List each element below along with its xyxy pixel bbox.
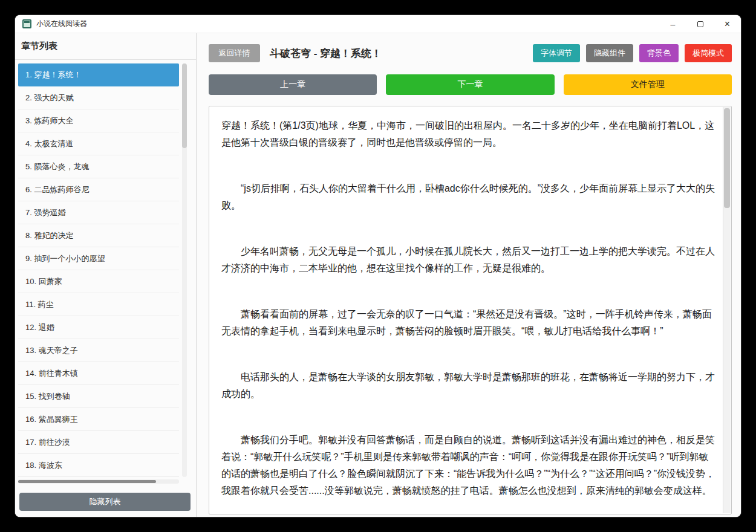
novel-paragraph: 电话那头的人，是萧畅在大学谈的女朋友郭敏，郭敏大学时是萧畅那班的班花，在萧畅将近… <box>221 369 717 403</box>
minimal-mode-button[interactable]: 极简模式 <box>685 44 732 62</box>
chapter-sidebar: 章节列表 1. 穿越！系统！ 2. 强大的天赋 3. 炼药师大全 4. 太极玄清… <box>15 33 197 517</box>
sidebar-vertical-scrollbar[interactable] <box>182 63 187 477</box>
app-body: 章节列表 1. 穿越！系统！ 2. 强大的天赋 3. 炼药师大全 4. 太极玄清… <box>15 33 741 517</box>
chapter-item[interactable]: 9. 抽到一个小小的愿望 <box>18 247 179 270</box>
novel-paragraph: 少年名叫萧畅，无父无母是一个孤儿，小时候在孤儿院长大，然后又一边打工一边上学的把… <box>221 243 717 277</box>
chapter-item[interactable]: 6. 二品炼药师谷尼 <box>18 178 179 201</box>
chapter-item[interactable]: 4. 太极玄清道 <box>18 132 179 155</box>
close-button[interactable]: × <box>714 15 741 33</box>
file-manager-button[interactable]: 文件管理 <box>564 74 732 95</box>
reader-toolbar: 返回详情 斗破苍穹 - 穿越！系统！ 字体调节 隐藏组件 背景色 极简模式 <box>209 44 732 62</box>
reader-vertical-scrollbar[interactable] <box>723 107 731 513</box>
hide-list-button[interactable]: 隐藏列表 <box>19 493 191 511</box>
novel-text: 穿越！系统！(第1/3页)地球，华夏，中海市，一间破旧的出租屋内。一名二十多岁的… <box>209 106 722 514</box>
font-adjust-button[interactable]: 字体调节 <box>533 44 580 62</box>
reader-vertical-scrollbar-thumb[interactable] <box>724 108 730 208</box>
chapter-item[interactable]: 12. 退婚 <box>18 316 179 339</box>
main-panel: 返回详情 斗破苍穹 - 穿越！系统！ 字体调节 隐藏组件 背景色 极简模式 上一… <box>197 33 741 517</box>
app-window: 小说在线阅读器 – × 章节列表 1. 穿越！系统！ 2. 强大的天赋 3. 炼… <box>15 15 741 517</box>
novel-paragraph: 萧畅看看面前的屏幕，过了一会无奈的叹了一口气道：“果然还是没有晋级。”这时，一阵… <box>221 306 717 340</box>
sidebar-horizontal-scrollbar-thumb[interactable] <box>18 480 156 483</box>
chapter-item[interactable]: 15. 找到卷轴 <box>18 385 179 408</box>
chapter-item[interactable]: 13. 魂天帝之子 <box>18 339 179 362</box>
chapter-item[interactable]: 14. 前往青木镇 <box>18 362 179 385</box>
hide-widgets-button[interactable]: 隐藏组件 <box>586 44 633 62</box>
minimize-button[interactable]: – <box>659 15 686 33</box>
book-chapter-title: 斗破苍穹 - 穿越！系统！ <box>270 47 382 60</box>
background-color-button[interactable]: 背景色 <box>639 44 679 62</box>
chapter-item[interactable]: 7. 强势逼婚 <box>18 201 179 224</box>
chapter-list-title: 章节列表 <box>21 41 57 52</box>
next-chapter-button[interactable]: 下一章 <box>386 74 554 95</box>
window-title: 小说在线阅读器 <box>36 19 87 29</box>
chapter-item[interactable]: 8. 雅妃的决定 <box>18 224 179 247</box>
window-controls: – × <box>659 15 741 33</box>
chapter-item[interactable]: 2. 强大的天赋 <box>18 86 179 109</box>
chapter-item[interactable]: 1. 穿越！系统！ <box>18 63 179 86</box>
chapter-item[interactable]: 11. 药尘 <box>18 293 179 316</box>
maximize-button[interactable] <box>686 15 714 33</box>
chapter-item[interactable]: 16. 紫晶翼狮王 <box>18 408 179 431</box>
chapter-item[interactable]: 10. 回萧家 <box>18 270 179 293</box>
sidebar-vertical-scrollbar-thumb[interactable] <box>182 63 187 148</box>
novel-paragraph: “js切后排啊，石头人你的大留着干什么用，卧槽adc你什么时候死的。”没多久，少… <box>221 180 717 214</box>
sidebar-horizontal-scrollbar[interactable] <box>18 479 179 484</box>
chapter-nav-row: 上一章 下一章 文件管理 <box>209 74 732 95</box>
previous-chapter-button[interactable]: 上一章 <box>209 74 377 95</box>
toolbar-right-group: 字体调节 隐藏组件 背景色 极简模式 <box>533 44 732 62</box>
chapter-item[interactable]: 17. 前往沙漠 <box>18 431 179 454</box>
maximize-icon <box>697 21 703 27</box>
chapter-item[interactable]: 3. 炼药师大全 <box>18 109 179 132</box>
chapter-item[interactable]: 5. 陨落心炎，龙魂 <box>18 155 179 178</box>
novel-paragraph: 穿越！系统！(第1/3页)地球，华夏，中海市，一间破旧的出租屋内。一名二十多岁的… <box>221 117 717 151</box>
titlebar: 小说在线阅读器 – × <box>15 15 741 33</box>
sidebar-header: 章节列表 <box>15 33 196 60</box>
reader-pane: 穿越！系统！(第1/3页)地球，华夏，中海市，一间破旧的出租屋内。一名二十多岁的… <box>209 106 732 514</box>
back-to-details-button[interactable]: 返回详情 <box>209 44 260 62</box>
novel-paragraph: 萧畅我们分手吧。郭敏并没有回答萧畅话，而是自顾自的说道。萧畅听到这话并没有漏出难… <box>221 432 717 499</box>
app-icon <box>22 19 31 28</box>
chapter-item[interactable]: 18. 海波东 <box>18 454 179 477</box>
chapter-list: 1. 穿越！系统！ 2. 强大的天赋 3. 炼药师大全 4. 太极玄清道 5. … <box>18 63 179 477</box>
